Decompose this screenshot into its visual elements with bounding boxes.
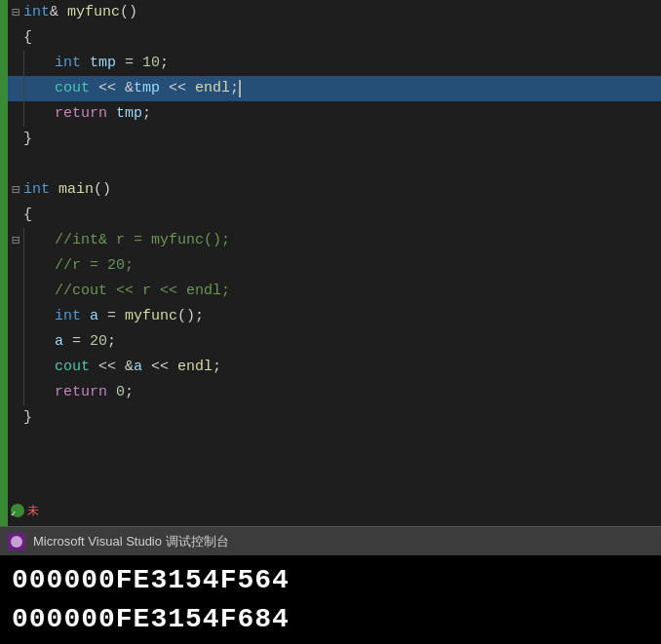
code-line: int tmp = 10; <box>8 51 661 76</box>
check-icon: ✓ <box>11 510 16 519</box>
token <box>107 101 116 127</box>
console-line-1: 000000FE3154F564 <box>12 561 649 600</box>
code-line: { <box>8 25 661 51</box>
token: //cout << r << endl; <box>55 279 230 304</box>
token: int <box>23 0 50 25</box>
console-output: 000000FE3154F564 000000FE3154F684 <box>0 555 661 644</box>
code-line: return 0; <box>8 380 661 405</box>
empty-line <box>8 152 661 177</box>
token: myfunc <box>125 304 177 329</box>
fold-spacer <box>8 334 23 350</box>
token: } <box>23 405 32 431</box>
code-line: cout << &a << endl; <box>8 355 661 380</box>
code-line: ⊟//int& r = myfunc(); <box>8 228 661 253</box>
token: << <box>142 355 177 380</box>
indent-guide <box>23 304 27 329</box>
token: int <box>23 177 50 203</box>
fold-spacer <box>8 360 23 375</box>
token: ; <box>142 101 151 127</box>
token: ; <box>125 380 134 405</box>
code-line: //cout << r << endl; <box>8 279 661 304</box>
token: myfunc <box>67 0 120 25</box>
token: { <box>23 203 32 228</box>
fold-spacer <box>8 410 23 426</box>
token: ; <box>160 51 169 76</box>
fold-spacer <box>8 132 23 147</box>
code-line: //r = 20; <box>8 253 661 279</box>
token: = <box>63 329 90 355</box>
fold-spacer <box>8 30 23 46</box>
token: 0 <box>116 380 125 405</box>
token: int <box>55 304 81 329</box>
token <box>107 380 116 405</box>
fold-spacer <box>8 56 23 71</box>
token: a <box>90 304 98 329</box>
token: tmp <box>134 76 160 101</box>
indent-guide <box>23 329 27 355</box>
fold-icon[interactable]: ⊟ <box>8 5 23 20</box>
token: tmp <box>90 51 116 76</box>
code-line: ⊟int main() <box>8 177 661 203</box>
fold-icon[interactable]: ⊟ <box>8 182 23 198</box>
token: << <box>90 76 125 101</box>
token: & <box>125 76 134 101</box>
fold-spacer <box>8 208 23 223</box>
token: & <box>50 0 67 25</box>
indent-guide <box>23 380 27 405</box>
vs-icon-inner <box>11 536 22 548</box>
token: () <box>120 0 137 25</box>
token: int <box>55 51 81 76</box>
token: () <box>94 177 111 203</box>
code-line: int a = myfunc(); <box>8 304 661 329</box>
code-line: return tmp; <box>8 101 661 127</box>
token: ; <box>213 355 221 380</box>
token: (); <box>177 304 204 329</box>
token: } <box>23 127 32 152</box>
token: = <box>98 304 125 329</box>
token: a <box>134 355 142 380</box>
token: endl <box>195 76 230 101</box>
text-cursor <box>239 80 241 97</box>
vs-icon <box>8 533 25 550</box>
token: << <box>90 355 125 380</box>
token: ; <box>230 76 239 101</box>
console-area: Microsoft Visual Studio 调试控制台 000000FE31… <box>0 526 661 644</box>
token: main <box>58 177 94 203</box>
token: //int& r = myfunc(); <box>55 228 230 253</box>
fold-spacer <box>8 309 23 324</box>
code-editor[interactable]: ⊟int& myfunc() { int tmp = 10; cout << &… <box>0 0 661 526</box>
green-circle: ✓ <box>11 504 24 517</box>
token: endl <box>177 355 213 380</box>
console-title-text: Microsoft Visual Studio 调试控制台 <box>33 533 229 550</box>
code-line: cout << &tmp << endl; <box>8 76 661 101</box>
fold-spacer <box>8 106 23 122</box>
token: return <box>55 380 107 405</box>
left-accent-bar <box>0 0 8 526</box>
token: ; <box>107 329 116 355</box>
token: 20 <box>90 329 107 355</box>
code-container: ⊟int& myfunc() { int tmp = 10; cout << &… <box>8 0 661 526</box>
token: cout <box>55 355 90 380</box>
token: << <box>160 76 195 101</box>
code-line: { <box>8 203 661 228</box>
indent-guide <box>23 76 27 101</box>
fold-icon[interactable]: ⊟ <box>8 233 23 248</box>
token: return <box>55 101 107 127</box>
fold-spacer <box>8 385 23 400</box>
fold-spacer <box>8 81 23 96</box>
token: a <box>55 329 63 355</box>
token: & <box>125 355 134 380</box>
code-line: } <box>8 405 661 431</box>
token: tmp <box>116 101 142 127</box>
token: = <box>116 51 142 76</box>
console-line-2: 000000FE3154F684 <box>12 600 649 639</box>
fold-spacer <box>8 258 23 274</box>
code-line: } <box>8 127 661 152</box>
token <box>81 304 90 329</box>
indent-guide <box>23 51 27 76</box>
indent-guide <box>23 101 27 127</box>
console-title-bar: Microsoft Visual Studio 调试控制台 <box>0 526 661 555</box>
overflow-indicator: 未 <box>27 496 39 525</box>
token: { <box>23 25 32 51</box>
indent-guide <box>23 355 27 380</box>
